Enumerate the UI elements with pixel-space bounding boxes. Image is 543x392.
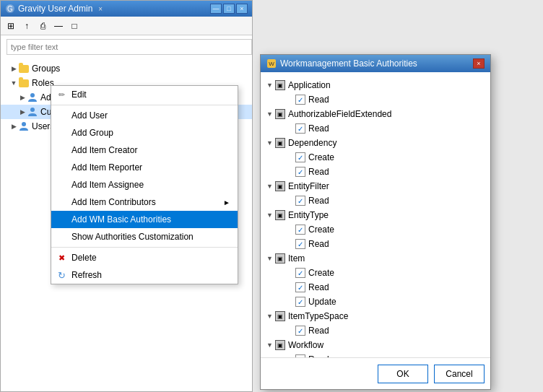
ef-section-icon: ▣ <box>275 181 285 191</box>
its-toggle[interactable]: ▼ <box>266 313 275 320</box>
auth-field-read-item[interactable]: Read <box>264 121 487 136</box>
cm-delete[interactable]: Delete <box>51 249 238 266</box>
wf-section-icon: ▣ <box>275 340 285 350</box>
et-section-icon: ▣ <box>275 210 285 220</box>
dep-read-item[interactable]: Read <box>264 165 487 179</box>
wf-read-item[interactable]: Read <box>264 352 487 357</box>
ef-toggle[interactable]: ▼ <box>266 183 275 190</box>
et-read-item[interactable]: Read <box>264 237 487 251</box>
item-create-item[interactable]: Create <box>264 266 487 280</box>
app-read-checkbox[interactable] <box>295 95 305 105</box>
minimize-btn[interactable]: — <box>210 4 222 14</box>
cm-add-group-label: Add Group <box>71 128 113 138</box>
wf-toggle[interactable]: ▼ <box>266 341 275 349</box>
cm-add-item-assignee[interactable]: Add Item Assignee <box>51 176 238 193</box>
item-create-label: Create <box>308 268 334 278</box>
app-icon: G <box>5 4 15 14</box>
et-read-checkbox[interactable] <box>295 239 305 249</box>
cm-add-item-creator[interactable]: Add Item Creator <box>51 141 238 159</box>
groups-toggle[interactable]: ▶ <box>9 64 18 73</box>
dep-toggle[interactable]: ▼ <box>266 139 275 147</box>
contributors-arrow-icon: ► <box>223 199 230 206</box>
its-read-checkbox[interactable] <box>295 326 305 336</box>
cm-add-wm[interactable]: Add WM Basic Authorities <box>51 211 238 228</box>
toolbar-minus-btn[interactable]: — <box>51 19 66 33</box>
section-entity-filter-header[interactable]: ▼ ▣ EntityFilter <box>264 179 487 193</box>
item-read-checkbox[interactable] <box>295 282 305 292</box>
ef-read-item[interactable]: Read <box>264 193 487 208</box>
svg-point-4 <box>22 122 26 126</box>
toolbar-grid-btn[interactable]: ⊞ <box>4 19 18 33</box>
toolbar-print-btn[interactable]: ⎙ <box>35 19 50 33</box>
users-icon <box>18 121 30 132</box>
toolbar-restore-btn[interactable]: □ <box>67 19 82 33</box>
section-entity-type-header[interactable]: ▼ ▣ EntityType <box>264 208 487 222</box>
cm-add-user[interactable]: Add User <box>51 107 238 124</box>
cm-show-authorities[interactable]: Show Authorities Customization <box>51 228 238 245</box>
cm-add-item-reporter[interactable]: Add Item Reporter <box>51 159 238 176</box>
refresh-icon <box>56 269 67 281</box>
auth-field-read-checkbox[interactable] <box>295 123 305 134</box>
auth-field-section-label: AuthorizableFieldExtended <box>288 109 391 119</box>
dep-read-label: Read <box>308 167 329 177</box>
dep-read-checkbox[interactable] <box>295 167 305 177</box>
dep-create-checkbox[interactable] <box>295 152 305 162</box>
svg-point-3 <box>30 108 35 112</box>
customer-toggle[interactable]: ▶ <box>18 108 27 116</box>
section-dependency-header[interactable]: ▼ ▣ Dependency <box>264 136 487 150</box>
svg-text:W: W <box>269 61 274 67</box>
item-read-item[interactable]: Read <box>264 280 487 295</box>
item-update-item[interactable]: Update <box>264 295 487 309</box>
item-update-checkbox[interactable] <box>295 297 305 307</box>
item-create-checkbox[interactable] <box>295 268 305 278</box>
cm-add-item-contributors[interactable]: Add Item Contributors ► <box>51 193 238 211</box>
tree-item-groups[interactable]: ▶ Groups <box>1 61 252 76</box>
section-item-header[interactable]: ▼ ▣ Item <box>264 251 487 266</box>
delete-icon <box>56 252 67 263</box>
cm-add-user-label: Add User <box>71 110 108 121</box>
et-create-item[interactable]: Create <box>264 222 487 237</box>
ok-button[interactable]: OK <box>378 365 428 383</box>
cm-edit[interactable]: Edit <box>51 86 238 103</box>
maximize-btn[interactable]: □ <box>223 4 235 14</box>
window-controls: — □ × <box>210 4 248 14</box>
section-auth-field-header[interactable]: ▼ ▣ AuthorizableFieldExtended <box>264 107 487 121</box>
filter-area <box>1 35 252 58</box>
tab-close-icon[interactable]: × <box>98 5 103 13</box>
dep-create-item[interactable]: Create <box>264 150 487 165</box>
cm-add-item-reporter-label: Add Item Reporter <box>71 162 142 173</box>
cm-sep1 <box>51 105 238 105</box>
users-toggle[interactable]: ▶ <box>9 122 18 131</box>
cancel-button[interactable]: Cancel <box>434 365 485 383</box>
dep-section-icon: ▣ <box>275 138 285 148</box>
section-item-type-space-header[interactable]: ▼ ▣ ItemTypeSpace <box>264 309 487 323</box>
cm-add-group[interactable]: Add Group <box>51 124 238 141</box>
cm-add-item-assignee-label: Add Item Assignee <box>71 180 144 190</box>
toolbar-up-btn[interactable]: ↑ <box>19 19 34 33</box>
dialog-content[interactable]: ▼ ▣ Application Read ▼ ▣ AuthorizableFie… <box>261 72 490 357</box>
admin-toggle[interactable]: ▶ <box>18 93 27 102</box>
item-toggle[interactable]: ▼ <box>266 255 275 262</box>
roles-toggle[interactable]: ▼ <box>9 79 18 87</box>
cm-add-item-creator-label: Add Item Creator <box>71 145 137 155</box>
dialog-close-btn[interactable]: × <box>473 58 485 69</box>
item-section-label: Item <box>288 253 305 263</box>
its-section-icon: ▣ <box>275 311 285 321</box>
cm-refresh[interactable]: Refresh <box>51 266 238 284</box>
app-read-item[interactable]: Read <box>264 92 487 107</box>
filter-input[interactable] <box>6 39 252 55</box>
auth-field-toggle[interactable]: ▼ <box>266 110 275 118</box>
et-create-checkbox[interactable] <box>295 225 305 235</box>
cm-delete-label: Delete <box>71 253 97 263</box>
close-btn[interactable]: × <box>236 4 248 14</box>
dialog: W Workmanagement Basic Authorities × ▼ ▣… <box>260 54 491 390</box>
item-update-label: Update <box>308 297 336 307</box>
its-read-item[interactable]: Read <box>264 323 487 338</box>
app-toggle[interactable]: ▼ <box>266 82 275 89</box>
svg-point-2 <box>30 93 35 97</box>
ef-read-checkbox[interactable] <box>295 196 305 206</box>
section-application-header[interactable]: ▼ ▣ Application <box>264 78 487 92</box>
et-toggle[interactable]: ▼ <box>266 212 275 219</box>
section-workflow-header[interactable]: ▼ ▣ Workflow <box>264 338 487 352</box>
its-read-label: Read <box>308 326 329 336</box>
